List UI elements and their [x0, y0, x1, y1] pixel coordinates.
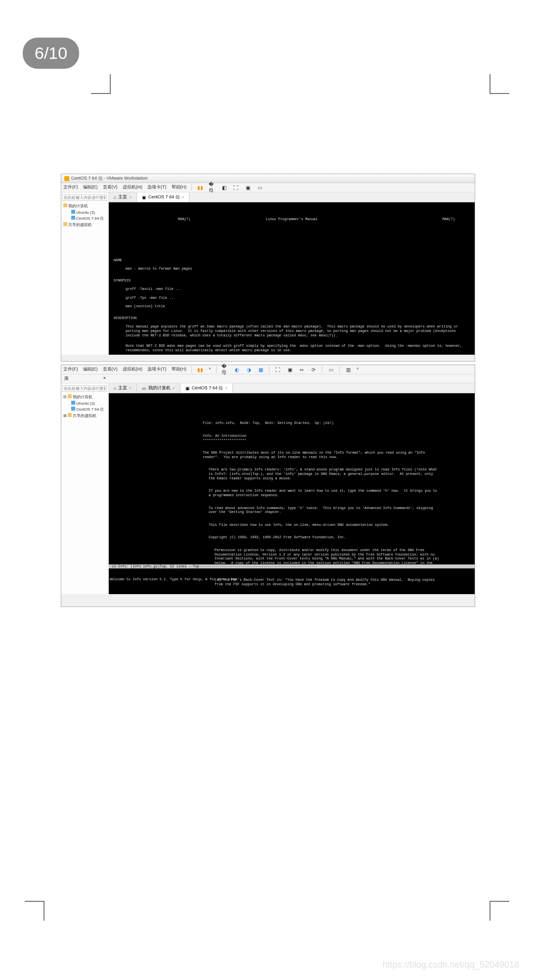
man-section-synopsis: SYNOPSIS	[114, 279, 131, 282]
toolbar-icon[interactable]: ▥	[345, 366, 352, 373]
toolbar-icon[interactable]: ⟳	[310, 366, 317, 373]
man-desc-2: Note that NET-2 BSD mdoc man pages can b…	[126, 344, 470, 353]
menu-view[interactable]: 查看(V)	[103, 366, 118, 373]
vmware-window-1: CentOS 7 64 位 - VMware Workstation 文件(F)…	[61, 174, 475, 362]
tab-home[interactable]: ⌂主页×	[109, 192, 137, 202]
man-header-right: MAN(7)	[443, 217, 455, 222]
info-underline: *********************	[203, 438, 246, 442]
man-section-description: DESCRIPTION	[114, 316, 136, 320]
library-search-input[interactable]	[62, 194, 107, 201]
vm-icon: ▣	[185, 386, 190, 391]
crop-mark-top-right	[490, 74, 509, 94]
tab-close-icon[interactable]: ×	[129, 195, 132, 199]
page-indicator-badge: 6/10	[23, 38, 79, 69]
menu-view[interactable]: 查看(V)	[103, 184, 118, 191]
toolbar-icon[interactable]: ▭	[327, 366, 334, 373]
library-search-input[interactable]	[62, 385, 107, 392]
menu-vm[interactable]: 虚拟机(M)	[123, 366, 143, 373]
terminal-info-page[interactable]: File: info.info, Node: Top, Next: Gettin…	[109, 393, 475, 594]
tab-close-icon[interactable]: ×	[225, 386, 227, 390]
menu-edit[interactable]: 编辑(E)	[83, 366, 98, 373]
tree-item-shared[interactable]: 共享的虚拟机	[62, 222, 107, 228]
separator	[191, 366, 192, 373]
tab-bar: ⌂主页× ▣CentOS 7 64 位×	[109, 192, 475, 202]
tree-root[interactable]: 我的计算机	[62, 203, 107, 209]
snapshot-icon[interactable]: ◐	[233, 366, 240, 373]
window-titlebar[interactable]: CentOS 7 64 位 - VMware Workstation	[61, 174, 475, 183]
menu-help[interactable]: 帮助(H)	[172, 184, 187, 191]
menu-edit[interactable]: 编辑(E)	[83, 184, 98, 191]
info-copyright: Copyright (C) 1989, 1992, 1996-2012 Free…	[209, 535, 440, 540]
tab-mycomputer[interactable]: ▭我的计算机×	[137, 383, 180, 393]
tree-item-ubuntu[interactable]: Ubuntu (3)	[62, 400, 107, 406]
pause-button[interactable]: ▮▮	[197, 184, 204, 191]
fullscreen-icon[interactable]: ⛶	[274, 366, 281, 373]
info-para-5: This file describes how to use Info, the…	[209, 523, 440, 527]
info-welcome-line: Welcome to Info version 5.1. Type h for …	[109, 577, 475, 582]
menu-tabs[interactable]: 选项卡(T)	[147, 184, 167, 191]
man-section-name: NAME	[114, 258, 122, 262]
home-icon: ⌂	[114, 386, 116, 391]
tab-close-icon[interactable]: ×	[182, 195, 184, 199]
man-synopsis-2: groff -Tps -man file ...	[126, 296, 470, 300]
info-status-line: -zz-Info: (info.info.gz)Top, 52 lines --…	[109, 564, 475, 569]
menu-bar[interactable]: 文件(F) 编辑(E) 查看(V) 虚拟机(M) 选项卡(T) 帮助(H) ▮▮…	[61, 365, 475, 374]
tree-item-centos[interactable]: CentOS 7 64 位	[62, 215, 107, 222]
tab-close-icon[interactable]: ×	[129, 386, 132, 390]
tree-item-shared[interactable]: ⊞ 共享的虚拟机	[62, 413, 107, 419]
library-sidebar: ⊟ 我的计算机 Ubuntu (3) CentOS 7 64 位 ⊞ 共享的虚拟…	[61, 383, 109, 594]
man-synopsis-1: groff -Tascii -man file ...	[126, 287, 470, 291]
separator	[339, 366, 340, 373]
library-sidebar: 我的计算机 Ubuntu (3) CentOS 7 64 位 共享的虚拟机	[61, 192, 109, 355]
separator	[191, 184, 192, 191]
close-icon[interactable]: ×	[103, 375, 106, 382]
snapshot-icon[interactable]: ◑	[245, 366, 252, 373]
crop-mark-bottom-right	[490, 901, 509, 921]
toolbar-icon[interactable]: �母	[209, 184, 216, 191]
tree-item-centos[interactable]: CentOS 7 64 位	[62, 406, 107, 413]
toolbar-icon[interactable]: ▭	[256, 184, 263, 191]
menu-file[interactable]: 文件(F)	[63, 184, 78, 191]
tab-close-icon[interactable]: ×	[173, 386, 175, 390]
folder-icon: ▭	[142, 386, 146, 391]
vm-icon: ▣	[142, 195, 146, 200]
snapshot-icon[interactable]: ◧	[221, 184, 227, 191]
terminal-man-page[interactable]: MAN(7) Linux Programmer's Manual MAN(7) …	[109, 202, 475, 355]
tab-centos[interactable]: ▣CentOS 7 64 位×	[137, 192, 189, 202]
info-para-2: There are two primary Info readers: 'inf…	[209, 467, 440, 480]
tab-centos[interactable]: ▣CentOS 7 64 位×	[180, 383, 233, 393]
info-para-4: To read about advanced Info commands, ty…	[209, 506, 440, 515]
separator	[216, 366, 217, 373]
man-name-text: man - macros to format man pages	[126, 267, 470, 271]
pause-button[interactable]: ▮▮	[197, 366, 204, 373]
tab-bar: ⌂主页× ▭我的计算机× ▣CentOS 7 64 位×	[109, 383, 475, 393]
info-title: Info: An Introduction	[203, 434, 246, 438]
tree-item-ubuntu[interactable]: Ubuntu (3)	[62, 209, 107, 215]
unity-icon[interactable]: ▣	[286, 366, 293, 373]
window-title: CentOS 7 64 位 - VMware Workstation	[71, 175, 147, 182]
menu-file[interactable]: 文件(F)	[63, 366, 78, 373]
menu-help[interactable]: 帮助(H)	[172, 366, 187, 373]
stretch-icon[interactable]: ⇔	[298, 366, 305, 373]
menu-vm[interactable]: 虚拟机(M)	[123, 184, 143, 191]
man-desc-1: This manual page explains the groff an.t…	[126, 325, 470, 337]
menu-tabs[interactable]: 选项卡(T)	[147, 366, 167, 373]
library-header: 库×	[61, 374, 109, 383]
vmware-logo-icon	[64, 176, 69, 181]
man-synopsis-3: man [section] title	[126, 304, 470, 309]
info-para-3: If you are new to the Info reader and wa…	[209, 489, 440, 498]
menu-bar[interactable]: 文件(F) 编辑(E) 查看(V) 虚拟机(M) 选项卡(T) 帮助(H) ▮▮…	[61, 183, 475, 192]
tab-home[interactable]: ⌂主页×	[109, 383, 137, 393]
separator	[269, 366, 269, 373]
man-header-center: Linux Programmer's Manual	[266, 217, 317, 222]
vmware-window-2: 文件(F) 编辑(E) 查看(V) 虚拟机(M) 选项卡(T) 帮助(H) ▮▮…	[61, 365, 475, 607]
separator	[322, 366, 322, 373]
man-header-left: MAN(7)	[178, 217, 190, 222]
unity-icon[interactable]: ▣	[244, 184, 251, 191]
snapshot-mgr-icon[interactable]: ▦	[257, 366, 264, 373]
home-icon: ⌂	[114, 195, 116, 200]
toolbar-icon[interactable]: �母	[222, 366, 228, 373]
tree-root[interactable]: ⊟ 我的计算机	[62, 394, 107, 400]
info-header-line: File: info.info, Node: Top, Next: Gettin…	[203, 421, 440, 425]
fullscreen-icon[interactable]: ⛶	[232, 184, 239, 191]
